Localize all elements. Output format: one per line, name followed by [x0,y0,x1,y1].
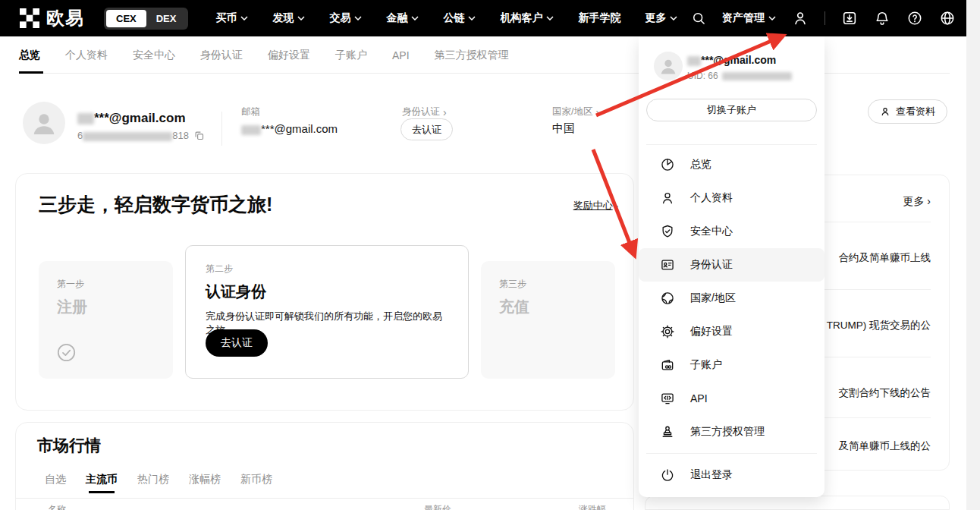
step-card-register: 第一步 注册 [39,261,173,379]
dropdown-email: ***@gmail.com [687,54,776,66]
market-title: 市场行情 [37,435,101,456]
market-tab-gainers[interactable]: 涨幅榜 [189,473,221,486]
step-title: 认证身份 [206,282,448,302]
announcement-item[interactable]: 交割合约下线的公告 [839,386,931,400]
chevron-right-icon: › [615,200,618,212]
api-icon [660,391,675,406]
redacted-text [687,56,701,66]
menu-item-third-party-auth[interactable]: 第三方授权管理 [639,415,825,449]
step-number: 第三步 [499,278,597,291]
tab-third-party[interactable]: 第三方授权管理 [435,37,509,74]
go-verify-button[interactable]: 去认证 [400,118,453,140]
go-verify-cta-button[interactable]: 去认证 [206,329,268,357]
okx-logo-icon [20,8,39,28]
account-section-tabs: 总览 个人资料 安全中心 身份认证 偏好设置 子账户 API 第三方授权管理 [19,36,509,74]
column-header-name: 名称 [48,503,66,510]
menu-item-personal-info[interactable]: 个人资料 [639,181,825,215]
dropdown-divider [646,453,817,454]
help-icon[interactable] [906,10,923,27]
primary-nav: 买币 发现 交易 金融 公链 机构客户 新手学院 更多 [215,11,677,25]
onboarding-banner-card: 三步走，轻启数字货币之旅! 奖励中心› 第一步 注册 第二步 认证身份 完成身份… [15,173,634,411]
chevron-down-icon [670,16,677,20]
nav-chains[interactable]: 公链 [443,11,476,25]
menu-item-overview[interactable]: 总览 [639,148,825,181]
avatar-person-icon [658,55,679,77]
step-number: 第一步 [57,278,155,291]
menu-item-logout[interactable]: 退出登录 [639,458,825,492]
nav-trade[interactable]: 交易 [329,11,362,25]
announcement-item[interactable]: TRUMP) 现货交易的公 [827,319,931,332]
dropdown-divider [646,144,817,145]
chevron-down-icon [240,16,248,20]
email-column-label: 邮箱 [241,105,260,118]
redacted-text [83,132,172,141]
assets-management-menu[interactable]: 资产管理 [722,11,776,25]
step-card-deposit: 第三步 充值 [481,261,615,379]
dropdown-uid: UID: 66 [687,71,792,81]
announcements-more-link[interactable]: 更多 › [903,195,931,209]
account-dropdown-panel: ***@gmail.com UID: 66 切换子账户 总览 个人资料 安全中心… [639,36,825,497]
tab-overview[interactable]: 总览 [19,37,40,74]
kyc-column-label[interactable]: 身份认证› [402,105,447,118]
cex-dex-toggle: CEX DEX [104,8,188,30]
tab-subaccounts[interactable]: 子账户 [335,37,367,74]
chevron-right-icon: › [927,195,931,207]
nav-discover[interactable]: 发现 [272,11,305,25]
menu-item-api[interactable]: API [639,382,825,415]
topbar-divider [825,11,825,25]
nav-more[interactable]: 更多 [645,11,677,25]
globe-icon [660,291,675,306]
dropdown-menu: 总览 个人资料 安全中心 身份认证 国家/地区 偏好设置 [639,148,825,449]
tab-preferences[interactable]: 偏好设置 [268,37,310,74]
menu-item-identity-verification[interactable]: 身份认证 [639,248,825,282]
download-app-icon[interactable] [841,10,858,27]
profile-avatar [23,102,65,144]
menu-item-security-center[interactable]: 安全中心 [639,215,825,248]
nav-institutional[interactable]: 机构客户 [500,11,554,25]
nav-academy[interactable]: 新手学院 [578,11,620,25]
country-column-label[interactable]: 国家/地区› [552,105,599,118]
step-card-verify: 第二步 认证身份 完成身份认证即可解锁我们的所有功能，开启您的欧易之旅。 去认证 [185,245,469,379]
top-navigation-bar: 欧易 CEX DEX 买币 发现 交易 金融 公链 机构客户 新手学院 更多 资… [0,0,966,36]
tab-identity-verification[interactable]: 身份认证 [200,37,243,74]
language-globe-icon[interactable] [939,10,956,27]
profile-uid: 6818 [77,130,205,141]
announcement-item[interactable]: 合约及简单赚币上线 [839,251,931,265]
market-tab-favorites[interactable]: 自选 [45,473,66,486]
profile-vertical-divider [221,112,222,146]
id-card-icon [660,257,675,272]
tab-personal-info[interactable]: 个人资料 [65,37,108,74]
nav-finance[interactable]: 金融 [386,11,419,25]
menu-item-preferences[interactable]: 偏好设置 [639,315,825,348]
okx-logo[interactable]: 欧易 [20,6,84,30]
logo-text: 欧易 [46,6,84,30]
redacted-text [77,113,94,124]
search-icon[interactable] [691,11,706,26]
toggle-dex[interactable]: DEX [146,10,187,27]
market-tab-new[interactable]: 新币榜 [240,473,272,486]
banner-title: 三步走，轻启数字货币之旅! [39,192,272,217]
announcement-item[interactable]: 及简单赚币上线的公 [839,439,931,453]
avatar-person-icon [29,108,59,138]
person-icon [660,190,675,206]
tab-api[interactable]: API [392,37,410,74]
column-header-last-price: 最新价 [424,503,451,510]
next-card-sliver [645,496,950,510]
tab-security-center[interactable]: 安全中心 [133,37,175,74]
switch-subaccount-button[interactable]: 切换子账户 [646,99,817,121]
market-tab-hot[interactable]: 热门榜 [137,473,169,486]
shield-check-icon [660,224,675,239]
menu-item-subaccounts[interactable]: 子账户 [639,348,825,382]
country-column-value: 中国 [552,121,575,136]
toggle-cex[interactable]: CEX [106,10,146,27]
notifications-bell-icon[interactable] [874,10,890,27]
step-title: 注册 [57,297,155,317]
scrollbar-track[interactable] [966,0,980,510]
nav-buy-crypto[interactable]: 买币 [215,11,248,25]
copy-icon[interactable] [193,130,205,141]
reward-center-link[interactable]: 奖励中心› [573,199,618,212]
view-profile-button[interactable]: 查看资料 [868,99,947,124]
menu-item-country-region[interactable]: 国家/地区 [639,282,825,315]
account-person-icon[interactable] [792,10,809,27]
market-tab-mainstream[interactable]: 主流币 [86,473,118,486]
